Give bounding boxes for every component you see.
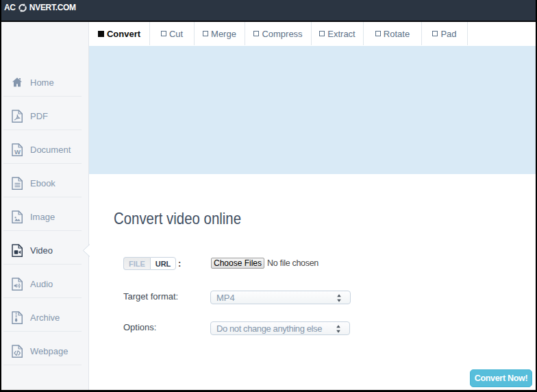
svg-text:W: W (14, 148, 21, 156)
